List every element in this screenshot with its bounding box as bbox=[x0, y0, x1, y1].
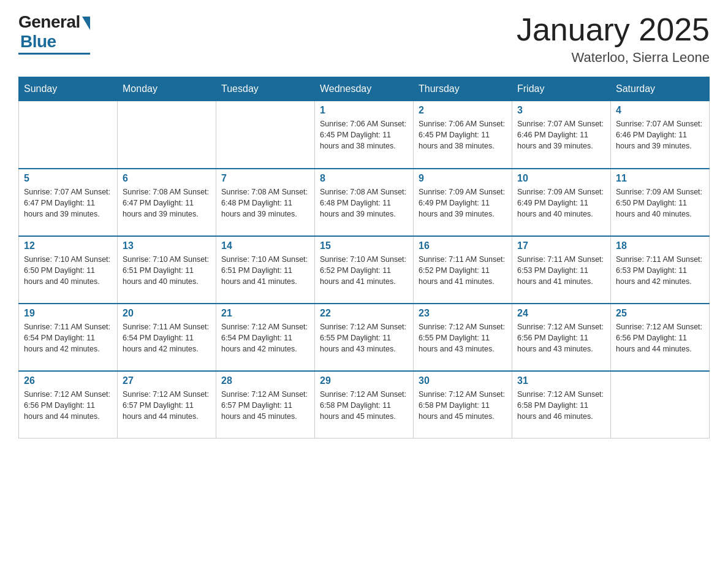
day-info: Sunrise: 7:10 AM Sunset: 6:50 PM Dayligh… bbox=[24, 254, 112, 287]
calendar-day-cell: 8Sunrise: 7:08 AM Sunset: 6:48 PM Daylig… bbox=[315, 169, 414, 236]
calendar-day-cell: 7Sunrise: 7:08 AM Sunset: 6:48 PM Daylig… bbox=[216, 169, 315, 236]
day-number: 8 bbox=[320, 173, 408, 184]
day-info: Sunrise: 7:12 AM Sunset: 6:55 PM Dayligh… bbox=[419, 321, 507, 354]
calendar-day-cell: 14Sunrise: 7:10 AM Sunset: 6:51 PM Dayli… bbox=[216, 236, 315, 304]
logo-underline bbox=[18, 53, 90, 55]
calendar-week-row: 26Sunrise: 7:12 AM Sunset: 6:56 PM Dayli… bbox=[19, 371, 710, 439]
day-number: 12 bbox=[24, 240, 112, 251]
calendar-day-cell: 23Sunrise: 7:12 AM Sunset: 6:55 PM Dayli… bbox=[414, 304, 512, 371]
calendar-day-cell: 12Sunrise: 7:10 AM Sunset: 6:50 PM Dayli… bbox=[19, 236, 118, 304]
day-number: 5 bbox=[24, 173, 112, 184]
calendar-day-cell bbox=[19, 101, 118, 169]
page-header: General Blue January 2025 Waterloo, Sier… bbox=[18, 12, 710, 66]
day-info: Sunrise: 7:12 AM Sunset: 6:55 PM Dayligh… bbox=[320, 321, 408, 354]
day-info: Sunrise: 7:09 AM Sunset: 6:50 PM Dayligh… bbox=[616, 186, 704, 220]
month-title: January 2025 bbox=[517, 12, 710, 47]
calendar-day-cell: 20Sunrise: 7:11 AM Sunset: 6:54 PM Dayli… bbox=[118, 304, 216, 371]
day-number: 17 bbox=[517, 240, 605, 251]
calendar-day-cell: 13Sunrise: 7:10 AM Sunset: 6:51 PM Dayli… bbox=[118, 236, 216, 304]
day-number: 16 bbox=[419, 240, 507, 251]
day-number: 9 bbox=[419, 173, 507, 184]
calendar-day-cell bbox=[216, 101, 315, 169]
calendar-day-cell: 2Sunrise: 7:06 AM Sunset: 6:45 PM Daylig… bbox=[414, 101, 512, 169]
day-number: 21 bbox=[221, 308, 309, 319]
calendar-day-cell: 24Sunrise: 7:12 AM Sunset: 6:56 PM Dayli… bbox=[512, 304, 611, 371]
day-info: Sunrise: 7:12 AM Sunset: 6:58 PM Dayligh… bbox=[517, 389, 605, 422]
logo: General Blue bbox=[18, 12, 90, 55]
calendar-day-cell: 5Sunrise: 7:07 AM Sunset: 6:47 PM Daylig… bbox=[19, 169, 118, 236]
day-info: Sunrise: 7:12 AM Sunset: 6:56 PM Dayligh… bbox=[517, 321, 605, 354]
day-number: 6 bbox=[123, 173, 211, 184]
day-of-week-header: Sunday bbox=[19, 77, 118, 101]
location-text: Waterloo, Sierra Leone bbox=[517, 50, 710, 66]
day-info: Sunrise: 7:07 AM Sunset: 6:46 PM Dayligh… bbox=[517, 118, 605, 151]
calendar-day-cell: 11Sunrise: 7:09 AM Sunset: 6:50 PM Dayli… bbox=[611, 169, 710, 236]
calendar-week-row: 5Sunrise: 7:07 AM Sunset: 6:47 PM Daylig… bbox=[19, 169, 710, 236]
day-info: Sunrise: 7:08 AM Sunset: 6:48 PM Dayligh… bbox=[221, 186, 309, 220]
day-number: 14 bbox=[221, 240, 309, 251]
calendar-week-row: 19Sunrise: 7:11 AM Sunset: 6:54 PM Dayli… bbox=[19, 304, 710, 371]
day-info: Sunrise: 7:10 AM Sunset: 6:52 PM Dayligh… bbox=[320, 254, 408, 287]
logo-triangle-icon bbox=[82, 17, 90, 30]
day-number: 19 bbox=[24, 308, 112, 319]
calendar-day-cell: 9Sunrise: 7:09 AM Sunset: 6:49 PM Daylig… bbox=[414, 169, 512, 236]
day-number: 4 bbox=[616, 105, 704, 116]
day-info: Sunrise: 7:10 AM Sunset: 6:51 PM Dayligh… bbox=[123, 254, 211, 287]
day-info: Sunrise: 7:12 AM Sunset: 6:54 PM Dayligh… bbox=[221, 321, 309, 354]
calendar-day-cell: 4Sunrise: 7:07 AM Sunset: 6:46 PM Daylig… bbox=[611, 101, 710, 169]
day-info: Sunrise: 7:12 AM Sunset: 6:56 PM Dayligh… bbox=[24, 389, 112, 422]
day-info: Sunrise: 7:12 AM Sunset: 6:57 PM Dayligh… bbox=[221, 389, 309, 422]
day-number: 18 bbox=[616, 240, 704, 251]
day-number: 31 bbox=[517, 375, 605, 386]
day-info: Sunrise: 7:06 AM Sunset: 6:45 PM Dayligh… bbox=[419, 118, 507, 151]
day-number: 20 bbox=[123, 308, 211, 319]
day-info: Sunrise: 7:07 AM Sunset: 6:46 PM Dayligh… bbox=[616, 118, 704, 151]
calendar-day-cell: 27Sunrise: 7:12 AM Sunset: 6:57 PM Dayli… bbox=[118, 371, 216, 439]
calendar-day-cell: 16Sunrise: 7:11 AM Sunset: 6:52 PM Dayli… bbox=[414, 236, 512, 304]
day-number: 2 bbox=[419, 105, 507, 116]
calendar-week-row: 12Sunrise: 7:10 AM Sunset: 6:50 PM Dayli… bbox=[19, 236, 710, 304]
day-info: Sunrise: 7:07 AM Sunset: 6:47 PM Dayligh… bbox=[24, 186, 112, 220]
day-number: 10 bbox=[517, 173, 605, 184]
calendar-day-cell: 26Sunrise: 7:12 AM Sunset: 6:56 PM Dayli… bbox=[19, 371, 118, 439]
day-info: Sunrise: 7:08 AM Sunset: 6:47 PM Dayligh… bbox=[123, 186, 211, 220]
day-number: 11 bbox=[616, 173, 704, 184]
day-info: Sunrise: 7:12 AM Sunset: 6:58 PM Dayligh… bbox=[320, 389, 408, 422]
calendar-day-cell: 10Sunrise: 7:09 AM Sunset: 6:49 PM Dayli… bbox=[512, 169, 611, 236]
calendar-day-cell: 31Sunrise: 7:12 AM Sunset: 6:58 PM Dayli… bbox=[512, 371, 611, 439]
day-info: Sunrise: 7:12 AM Sunset: 6:58 PM Dayligh… bbox=[419, 389, 507, 422]
title-area: January 2025 Waterloo, Sierra Leone bbox=[517, 12, 710, 66]
calendar-day-cell: 29Sunrise: 7:12 AM Sunset: 6:58 PM Dayli… bbox=[315, 371, 414, 439]
day-number: 28 bbox=[221, 375, 309, 386]
calendar-week-row: 1Sunrise: 7:06 AM Sunset: 6:45 PM Daylig… bbox=[19, 101, 710, 169]
day-info: Sunrise: 7:12 AM Sunset: 6:56 PM Dayligh… bbox=[616, 321, 704, 354]
calendar-day-cell: 30Sunrise: 7:12 AM Sunset: 6:58 PM Dayli… bbox=[414, 371, 512, 439]
day-number: 23 bbox=[419, 308, 507, 319]
calendar-day-cell: 6Sunrise: 7:08 AM Sunset: 6:47 PM Daylig… bbox=[118, 169, 216, 236]
calendar-day-cell: 28Sunrise: 7:12 AM Sunset: 6:57 PM Dayli… bbox=[216, 371, 315, 439]
day-number: 3 bbox=[517, 105, 605, 116]
day-number: 22 bbox=[320, 308, 408, 319]
day-number: 27 bbox=[123, 375, 211, 386]
calendar-table: SundayMondayTuesdayWednesdayThursdayFrid… bbox=[18, 77, 710, 439]
day-number: 25 bbox=[616, 308, 704, 319]
day-info: Sunrise: 7:09 AM Sunset: 6:49 PM Dayligh… bbox=[419, 186, 507, 220]
calendar-day-cell: 3Sunrise: 7:07 AM Sunset: 6:46 PM Daylig… bbox=[512, 101, 611, 169]
day-of-week-header: Friday bbox=[512, 77, 611, 101]
day-of-week-header: Thursday bbox=[414, 77, 512, 101]
day-info: Sunrise: 7:11 AM Sunset: 6:53 PM Dayligh… bbox=[616, 254, 704, 287]
day-info: Sunrise: 7:11 AM Sunset: 6:54 PM Dayligh… bbox=[24, 321, 112, 354]
day-number: 29 bbox=[320, 375, 408, 386]
day-number: 30 bbox=[419, 375, 507, 386]
calendar-day-cell: 17Sunrise: 7:11 AM Sunset: 6:53 PM Dayli… bbox=[512, 236, 611, 304]
day-info: Sunrise: 7:06 AM Sunset: 6:45 PM Dayligh… bbox=[320, 118, 408, 151]
calendar-header-row: SundayMondayTuesdayWednesdayThursdayFrid… bbox=[19, 77, 710, 101]
day-info: Sunrise: 7:12 AM Sunset: 6:57 PM Dayligh… bbox=[123, 389, 211, 422]
calendar-day-cell: 21Sunrise: 7:12 AM Sunset: 6:54 PM Dayli… bbox=[216, 304, 315, 371]
day-info: Sunrise: 7:08 AM Sunset: 6:48 PM Dayligh… bbox=[320, 186, 408, 220]
day-info: Sunrise: 7:10 AM Sunset: 6:51 PM Dayligh… bbox=[221, 254, 309, 287]
logo-general-text: General bbox=[18, 12, 80, 32]
day-number: 24 bbox=[517, 308, 605, 319]
logo-blue-text: Blue bbox=[20, 32, 56, 52]
day-number: 7 bbox=[221, 173, 309, 184]
